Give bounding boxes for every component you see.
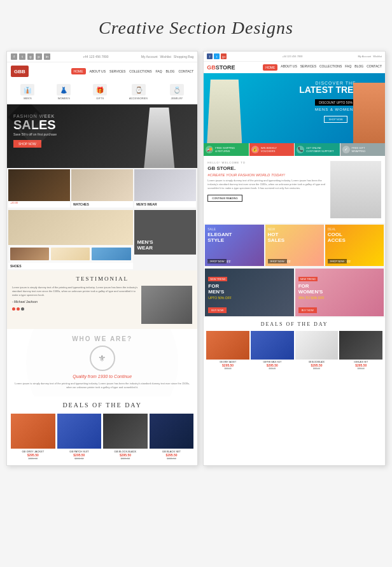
- right-contact-info: +44 123 456 7890: [282, 55, 302, 58]
- left-nav-blog[interactable]: BLOG: [166, 69, 175, 73]
- left-watch-label: WATCHES: [71, 201, 133, 207]
- right-trend-womens-btn[interactable]: BUY NOW: [298, 307, 317, 313]
- left-shoes-image: [8, 210, 133, 245]
- left-products-row2: SHOES MEN'SWEAR: [7, 209, 197, 270]
- right-hero-button[interactable]: SHOP NOW: [324, 116, 347, 123]
- left-facebook-icon[interactable]: f: [11, 53, 17, 60]
- shoe-beige: [51, 248, 90, 260]
- left-myaccount[interactable]: My Account: [141, 55, 158, 59]
- left-mens-title: MEN'SWEAR: [137, 240, 153, 251]
- left-bag-price: +20.00: [8, 201, 70, 206]
- right-deals-grid: GB GREY JACKET $295.50 $305.50 GB PINK B…: [206, 331, 382, 370]
- left-nav-home[interactable]: HOME: [71, 68, 86, 74]
- left-linkedin-icon[interactable]: in: [44, 53, 50, 60]
- left-watch-card[interactable]: WATCHES: [71, 169, 133, 207]
- left-shoes-card[interactable]: SHOES: [8, 210, 133, 269]
- left-nav-services[interactable]: SERVICES: [109, 69, 125, 73]
- left-cat-jewelry-label: JEWELRY: [170, 97, 184, 100]
- right-deal-1[interactable]: GB GREY JACKET $295.50 $305.50: [206, 331, 249, 370]
- left-wishlist[interactable]: Wishlist: [160, 55, 171, 59]
- right-welcome-btn[interactable]: CONTINUE READING: [207, 195, 242, 202]
- left-logobar: GBB HOME ABOUT US SERVICES COLLECTIONS F…: [7, 62, 197, 80]
- right-hero-figure2: [353, 83, 385, 143]
- right-nav-faq[interactable]: FAQ: [345, 64, 351, 71]
- right-trend-womens-title: FORWOMEN'S: [298, 284, 325, 295]
- left-google-icon[interactable]: g: [27, 53, 34, 60]
- left-suit-card[interactable]: MEN'S WEAR: [134, 169, 196, 207]
- right-logobar: GBSTORE HOME ABOUT US SERVICES COLLECTIO…: [204, 62, 385, 73]
- left-logo[interactable]: GBB: [11, 66, 29, 77]
- right-deal-2[interactable]: GB PINK BACK SUIT $295.50 $305.50: [251, 331, 294, 370]
- right-trend-mens-btn[interactable]: BUY NOW: [208, 307, 227, 313]
- left-mens-card[interactable]: MEN'SWEAR: [134, 210, 197, 255]
- left-nav-faq[interactable]: FAQ: [156, 69, 162, 73]
- right-promo-cool-btn[interactable]: SHOP NOW: [328, 259, 347, 263]
- right-promo-elegant[interactable]: SALE ELEGANTSTYLE UPTO 50% OFF SHOP NOW: [205, 225, 263, 266]
- right-promo-cool[interactable]: DEAL COOLACCES UPTO 50% OFF SHOP NOW: [325, 225, 384, 266]
- dot3: [21, 307, 24, 311]
- right-promo-elegant-btn[interactable]: SHOP NOW: [207, 259, 227, 263]
- left-cat-jewelry[interactable]: 💍 JEWELRY: [170, 84, 184, 100]
- right-nav-blog[interactable]: BLOG: [354, 64, 363, 71]
- left-cat-womens-icon: 👗: [57, 84, 71, 95]
- right-nav-about[interactable]: ABOUT US: [281, 64, 297, 71]
- left-screenshot: f t g p in +44 123 456 7890 My Account W…: [6, 51, 198, 466]
- right-deal-4[interactable]: GB BLACK SET $295.50 $305.50: [339, 331, 382, 370]
- left-cat-mens[interactable]: 👔 MEN'S: [20, 84, 34, 100]
- right-nav-home[interactable]: HOME: [263, 64, 277, 71]
- left-cat-accessories[interactable]: ⌚ ACCESSORIES: [129, 84, 148, 100]
- right-welcome-desc: Lorem ipsum is simply dummy text of the …: [207, 179, 326, 190]
- left-deal-old-3: $305.50: [103, 457, 148, 460]
- left-deals-heading: DEALS OF THE DAY: [11, 402, 193, 409]
- left-twitter-icon[interactable]: t: [19, 53, 25, 60]
- shoe-blue: [92, 248, 130, 260]
- right-social-icons: f t g+: [207, 53, 227, 59]
- left-deal-3[interactable]: GB BLOCK.BLACK $295.50 $305.50: [103, 414, 148, 460]
- left-nav: HOME ABOUT US SERVICES COLLECTIONS FAQ B…: [71, 68, 194, 74]
- left-cat-womens[interactable]: 👗 WOMEN'S: [57, 84, 71, 100]
- right-facebook-icon[interactable]: f: [207, 53, 213, 59]
- left-pinterest-icon[interactable]: p: [36, 53, 42, 60]
- left-hero-banner: FASHION WEEK SALES Save 50% off on first…: [7, 104, 197, 168]
- right-myaccount[interactable]: My Account: [358, 55, 372, 58]
- left-testimonial-author: - Michael Jackson: [12, 300, 137, 305]
- right-deal-3[interactable]: GB BLOCKBLACK $295.50 $305.50: [295, 331, 339, 370]
- left-nav-collections[interactable]: COLLECTIONS: [129, 69, 151, 73]
- right-trend-mens[interactable]: NEW TREND FORMEN'S UPTO 50% OFF BUY NOW: [205, 269, 293, 316]
- right-promo-hot-btn[interactable]: SHOP NOW: [268, 259, 287, 263]
- right-logo[interactable]: GBSTORE: [207, 64, 235, 71]
- left-cat-accessories-label: ACCESSORIES: [129, 97, 148, 100]
- right-twitter-icon[interactable]: t: [214, 53, 220, 59]
- left-deal-old-4: $305.50: [150, 457, 194, 460]
- left-nav-contact[interactable]: CONTACT: [178, 69, 193, 73]
- left-nav-about[interactable]: ABOUT US: [90, 69, 106, 73]
- right-nav-services[interactable]: SERVICES: [300, 64, 316, 71]
- right-nav-contact[interactable]: CONTACT: [367, 64, 382, 71]
- left-shoppingbag[interactable]: Shopping Bag: [174, 55, 193, 59]
- right-trend-mens-label: NEW TREND FORMEN'S UPTO 50% OFF: [208, 271, 232, 300]
- right-trend-womens[interactable]: NEW TREND FORWOMEN'S 35% TO 50% OFF BUY …: [295, 269, 384, 316]
- right-support-icon: 📞: [297, 146, 304, 153]
- right-deal-old-3: $305.50: [295, 367, 339, 370]
- right-nav-collections[interactable]: COLLECTIONS: [319, 64, 342, 71]
- right-vouchers-sub: VOUCHERS: [261, 150, 277, 153]
- left-deal-4[interactable]: GB BLACK SET $295.50 $305.50: [150, 414, 194, 460]
- left-who-we-are: WHO WE ARE? ⚜ Quality from 1930 to Conti…: [7, 329, 197, 396]
- right-google-icon[interactable]: g+: [221, 53, 227, 59]
- left-deal-old-2: $305.50: [57, 457, 102, 460]
- right-trend-mens-discount: UPTO 50% OFF: [208, 296, 232, 300]
- right-wishlist[interactable]: Wishlist: [373, 55, 382, 58]
- left-deal-2[interactable]: GB PATCH SUIT $295.50 $305.50: [57, 414, 102, 460]
- left-cat-gifts-label: GIFTS: [93, 97, 107, 100]
- right-trend-mens-new: NEW TREND: [208, 277, 227, 281]
- left-deal-1[interactable]: GB GREY JACKET $295.50 $305.50: [11, 414, 55, 460]
- left-bag-card[interactable]: +20.00: [8, 169, 70, 207]
- right-gift-text: FREE GIFT WRAPPING: [352, 146, 366, 153]
- left-testimonial-text: Lorem ipsum is simply dummy text of the …: [12, 286, 137, 324]
- right-promo-hot[interactable]: NEW HOTSales UPTO 50% OFF SHOP NOW: [265, 225, 324, 266]
- right-shipping-icon: 🚚: [206, 146, 213, 153]
- left-cat-gifts[interactable]: 🎁 GIFTS: [93, 84, 107, 100]
- left-topbar: f t g p in +44 123 456 7890 My Account W…: [7, 52, 197, 62]
- left-who-tagline: Quality from 1930 to Continue: [13, 374, 191, 379]
- right-vouchers-icon: 💰: [251, 146, 259, 153]
